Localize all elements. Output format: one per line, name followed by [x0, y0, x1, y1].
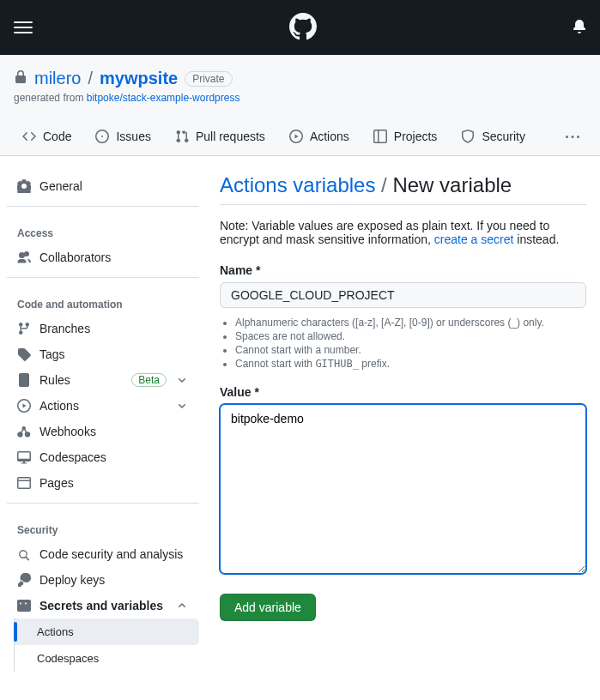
name-hints: Alphanumeric characters ([a-z], [A-Z], [… — [220, 317, 586, 370]
lock-icon — [14, 69, 27, 88]
repo-owner-link[interactable]: milero — [34, 69, 81, 88]
create-secret-link[interactable]: create a secret — [434, 232, 514, 246]
beta-badge: Beta — [131, 373, 167, 387]
sidebar-item-general[interactable]: General — [7, 173, 199, 199]
tab-security[interactable]: Security — [452, 121, 534, 155]
notifications-button[interactable] — [573, 20, 586, 36]
secrets-variables-subnav: Actions Codespaces — [14, 619, 199, 672]
name-label: Name * — [220, 263, 586, 277]
sidebar-item-rules[interactable]: Rules Beta — [7, 367, 199, 393]
add-variable-button[interactable]: Add variable — [220, 594, 316, 621]
repo-nav: Code Issues Pull requests Actions Projec… — [14, 121, 586, 155]
sidebar-item-codespaces[interactable]: Codespaces — [7, 444, 199, 470]
sidebar-item-code-security[interactable]: Code security and analysis — [7, 541, 199, 567]
sidebar-item-pages[interactable]: Pages — [7, 470, 199, 496]
sidebar-item-tags[interactable]: Tags — [7, 341, 199, 367]
generated-from-label: generated from — [14, 92, 87, 104]
note-text: Note: Variable values are exposed as pla… — [220, 219, 586, 246]
breadcrumb-actions-variables[interactable]: Actions variables — [220, 173, 375, 196]
sidebar-item-webhooks[interactable]: Webhooks — [7, 419, 199, 444]
hamburger-menu-button[interactable] — [14, 18, 33, 37]
sidebar-subitem-sv-codespaces[interactable]: Codespaces — [15, 645, 199, 672]
chevron-down-icon — [175, 399, 189, 413]
generated-from-link[interactable]: bitpoke/stack-example-wordpress — [87, 92, 240, 104]
main-content: Actions variables / New variable Note: V… — [206, 173, 600, 672]
sidebar-section-security: Security — [7, 510, 199, 541]
app-header — [0, 0, 600, 55]
repo-nav-overflow[interactable] — [559, 122, 586, 155]
variable-value-textarea[interactable] — [220, 404, 586, 574]
tab-pull-requests[interactable]: Pull requests — [167, 121, 274, 155]
tab-issues[interactable]: Issues — [87, 121, 159, 155]
chevron-down-icon — [175, 373, 189, 387]
repo-header: milero / mywpsite Private generated from… — [0, 55, 600, 156]
tab-actions[interactable]: Actions — [281, 121, 358, 155]
github-logo[interactable] — [289, 13, 317, 43]
sidebar-subitem-sv-actions[interactable]: Actions — [15, 619, 199, 645]
sidebar-item-actions[interactable]: Actions — [7, 393, 199, 419]
variable-name-input[interactable] — [220, 282, 586, 308]
sidebar-item-deploy-keys[interactable]: Deploy keys — [7, 567, 199, 593]
tab-code[interactable]: Code — [14, 121, 80, 155]
chevron-up-icon — [175, 599, 189, 612]
visibility-badge: Private — [185, 71, 232, 87]
sidebar-section-access: Access — [7, 214, 199, 244]
repo-name-link[interactable]: mywpsite — [100, 69, 178, 88]
tab-projects[interactable]: Projects — [365, 121, 446, 155]
page-title: Actions variables / New variable — [220, 173, 586, 205]
sidebar-section-code-automation: Code and automation — [7, 285, 199, 316]
settings-sidebar: General Access Collaborators Code and au… — [0, 173, 206, 672]
repo-slash: / — [88, 69, 93, 88]
value-label: Value * — [220, 385, 586, 399]
breadcrumb-current: New variable — [392, 173, 512, 196]
sidebar-item-branches[interactable]: Branches — [7, 316, 199, 341]
sidebar-item-secrets-variables[interactable]: Secrets and variables — [7, 593, 199, 619]
sidebar-item-collaborators[interactable]: Collaborators — [7, 244, 199, 270]
